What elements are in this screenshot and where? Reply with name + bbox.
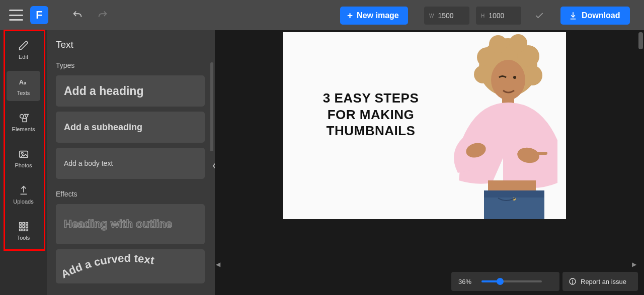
zoom-slider[interactable] (481, 280, 542, 282)
text-icon: Aa (18, 76, 29, 87)
alert-icon (569, 277, 577, 285)
zoom-status: 36% (451, 272, 559, 291)
svg-rect-12 (26, 226, 28, 228)
canvas-scrollbar-horizontal[interactable]: ◀ ▶ (215, 261, 637, 268)
left-rail: Edit Aa Texts Elements Photos Uploads To… (0, 30, 47, 295)
svg-text:Add a curved text: Add a curved text (59, 252, 155, 280)
svg-text:a: a (24, 80, 27, 85)
report-label: Report an issue (581, 278, 626, 285)
effect-outline-card[interactable]: Heading with outline (56, 204, 205, 244)
scroll-left-icon[interactable]: ◀ (215, 261, 221, 268)
add-heading-card[interactable]: Add a heading (56, 75, 205, 107)
download-button[interactable]: Download (560, 7, 630, 25)
rail-label: Tools (17, 235, 30, 241)
canvas-scrollbar-vertical[interactable] (637, 30, 644, 261)
svg-point-34 (572, 283, 573, 283)
effects-label: Effects (56, 190, 205, 198)
rail-item-tools[interactable]: Tools (7, 216, 40, 246)
width-prefix: W (429, 13, 434, 19)
rail-item-texts[interactable]: Aa Texts (7, 71, 40, 101)
svg-rect-14 (23, 229, 25, 231)
add-subheading-card[interactable]: Add a subheading (56, 112, 205, 143)
height-input[interactable]: H 1000 (476, 7, 521, 25)
rail-label: Uploads (13, 199, 33, 205)
artboard[interactable]: 3 EASY STEPS FOR MAKING THUMBNAILS (283, 32, 566, 219)
svg-rect-10 (19, 226, 21, 228)
artboard-text[interactable]: 3 EASY STEPS FOR MAKING THUMBNAILS (298, 90, 444, 139)
plus-icon: + (347, 10, 353, 21)
svg-rect-4 (23, 118, 26, 121)
redo-button[interactable] (93, 5, 113, 25)
svg-text:A: A (19, 78, 23, 85)
svg-point-6 (21, 152, 23, 154)
svg-rect-8 (23, 222, 25, 224)
rail-item-elements[interactable]: Elements (7, 107, 40, 137)
panel-title: Text (56, 39, 205, 50)
person-graphic (428, 32, 566, 219)
curved-text-icon: Add a curved text (56, 249, 202, 283)
height-value: 1000 (489, 12, 504, 20)
width-input[interactable]: W 1500 (424, 7, 469, 25)
download-label: Download (582, 11, 620, 20)
photo-icon (18, 149, 29, 160)
rail-item-uploads[interactable]: Uploads (7, 179, 40, 210)
svg-point-24 (491, 60, 525, 100)
types-label: Types (56, 61, 205, 69)
brand-logo[interactable]: F (30, 6, 48, 24)
upload-icon (18, 185, 29, 196)
svg-rect-7 (19, 222, 21, 224)
scroll-right-icon[interactable]: ▶ (631, 261, 637, 268)
height-prefix: H (481, 13, 485, 19)
zoom-value: 36% (458, 278, 471, 285)
redo-icon (97, 10, 108, 21)
new-image-label: New image (357, 11, 399, 20)
report-issue-button[interactable]: Report an issue (562, 272, 638, 291)
svg-point-20 (474, 65, 492, 83)
top-bar: F + New image W 1500 H 1000 Download (0, 0, 644, 30)
new-image-button[interactable]: + New image (340, 7, 408, 25)
canvas-area: 3 EASY STEPS FOR MAKING THUMBNAILS (215, 30, 644, 295)
menu-button[interactable] (9, 10, 23, 21)
add-body-card[interactable]: Add a body text (56, 148, 205, 179)
check-icon (534, 11, 544, 21)
svg-rect-9 (26, 222, 28, 224)
rail-label: Edit (19, 54, 28, 60)
svg-rect-13 (19, 229, 21, 231)
pencil-icon (18, 40, 29, 51)
artboard-text-line2: FOR MAKING (298, 107, 444, 123)
rail-label: Photos (15, 162, 32, 168)
rail-label: Elements (12, 126, 35, 132)
shapes-icon (18, 113, 29, 124)
svg-marker-3 (24, 114, 28, 118)
svg-rect-15 (26, 229, 28, 231)
artboard-text-line1: 3 EASY STEPS (298, 90, 444, 107)
svg-rect-30 (488, 180, 536, 191)
zoom-slider-knob[interactable] (497, 278, 504, 285)
svg-point-23 (509, 34, 527, 52)
svg-point-22 (489, 35, 507, 53)
width-value: 1500 (438, 12, 453, 20)
effect-curved-card[interactable]: Add a curved text (56, 249, 205, 283)
apply-dimensions-button[interactable] (530, 7, 548, 25)
rail-item-photos[interactable]: Photos (7, 143, 40, 173)
undo-button[interactable] (67, 5, 88, 25)
panel-scrollbar[interactable] (210, 62, 213, 163)
artboard-text-line3: THUMBNAILS (298, 123, 444, 139)
effect-outline-text: Heading with outline (64, 218, 172, 230)
svg-point-25 (513, 76, 516, 79)
svg-rect-29 (533, 152, 547, 155)
rail-item-edit[interactable]: Edit (7, 35, 40, 65)
text-panel: Text Types Add a heading Add a subheadin… (47, 30, 215, 295)
svg-point-21 (522, 65, 542, 85)
undo-icon (72, 10, 83, 21)
download-icon (569, 11, 578, 20)
svg-rect-11 (23, 226, 25, 228)
rail-label: Texts (17, 90, 30, 96)
grid-icon (18, 221, 29, 232)
svg-point-2 (20, 114, 23, 118)
brand-letter: F (36, 9, 42, 22)
